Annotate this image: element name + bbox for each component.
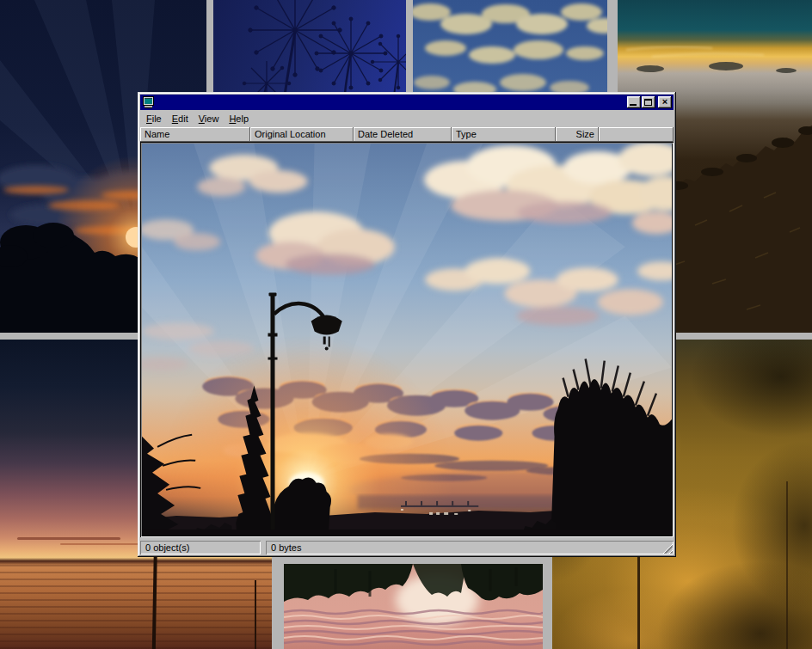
menu-file-key: F [146, 113, 152, 124]
list-view-area[interactable] [140, 142, 674, 537]
recycle-bin-window: × File Edit View Help Name Original Loca… [138, 92, 676, 557]
menu-edit-key: E [172, 113, 178, 124]
water-pole-silhouette [255, 580, 256, 649]
water-reflection-art [284, 564, 543, 649]
maximize-button[interactable] [642, 96, 655, 108]
column-header-name[interactable]: Name [140, 127, 250, 142]
menu-edit[interactable]: Edit [167, 112, 194, 126]
menu-file-rest: ile [152, 113, 162, 124]
menu-help[interactable]: Help [224, 112, 254, 126]
column-header-blank[interactable] [599, 127, 674, 142]
column-headers: Name Original Location Date Deleted Type… [140, 127, 674, 142]
status-object-count: 0 object(s) [140, 541, 261, 554]
stalk-silhouette [786, 481, 788, 649]
column-header-original-location[interactable]: Original Location [250, 127, 354, 142]
menu-help-rest: elp [236, 113, 249, 124]
computer-icon[interactable] [142, 96, 155, 108]
horizon-cloud-streak [17, 537, 120, 540]
column-header-date-deleted[interactable]: Date Deleted [354, 127, 452, 142]
menu-view-rest: iew [205, 113, 219, 124]
client-area-sunset-photo [142, 144, 672, 536]
wallpaper-water-reflection-photo [284, 564, 543, 649]
minimize-button[interactable] [627, 96, 641, 108]
status-byte-count: 0 bytes [266, 541, 674, 554]
menu-file[interactable]: File [141, 112, 167, 126]
monitor-frame [143, 96, 154, 106]
column-header-type[interactable]: Type [452, 127, 556, 142]
monitor-screen [145, 98, 152, 104]
stalk-silhouette [637, 546, 640, 649]
column-header-size[interactable]: Size [556, 127, 599, 142]
close-button[interactable]: × [658, 96, 672, 108]
close-icon: × [658, 96, 672, 107]
menu-view-key: V [199, 113, 205, 124]
menu-edit-rest: dit [178, 113, 188, 124]
sunset-lamp-art [142, 144, 672, 536]
status-bar: 0 object(s) 0 bytes [140, 537, 674, 554]
monitor-base [145, 106, 152, 108]
water-ripples [0, 565, 272, 649]
minimize-icon [630, 104, 637, 106]
menu-view[interactable]: View [194, 112, 225, 126]
menu-bar: File Edit View Help [140, 110, 674, 127]
maximize-icon [644, 99, 652, 106]
window-titlebar[interactable]: × [140, 95, 674, 110]
